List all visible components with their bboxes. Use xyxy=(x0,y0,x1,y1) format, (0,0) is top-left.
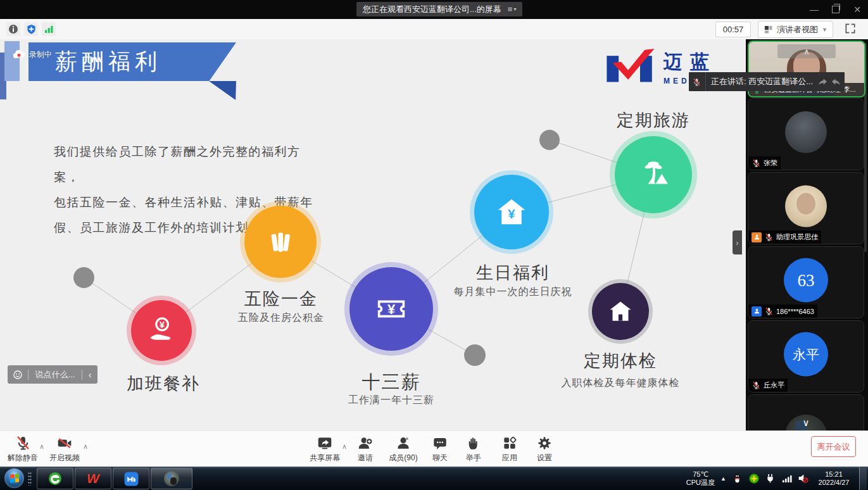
benefit-circle-meal: ¥ xyxy=(131,300,192,361)
participant-tile[interactable]: 助理巩景思佳 xyxy=(748,172,864,244)
reply-arrow-icon xyxy=(831,77,841,86)
meeting-app-icon xyxy=(123,471,139,487)
speaking-toast: 正在讲话: 西安迈蓝翻译公... xyxy=(689,72,845,91)
participant-name: 丘永平 xyxy=(764,380,784,390)
files-icon xyxy=(263,225,298,259)
benefit-title: 加班餐补 xyxy=(108,372,219,395)
toast-arrows[interactable] xyxy=(818,77,845,86)
windows-taskbar: W 75℃CPU温度 ▲ xyxy=(0,467,868,490)
minimize-button[interactable]: — xyxy=(803,0,825,19)
shared-screen-area: 薪酬福利 录制中 迈蓝 MEDICAL 我们提供给员工除了薪酬之外完整的福利方案… xyxy=(0,39,746,430)
participant-tile[interactable]: 63 186****6463 xyxy=(748,246,864,318)
participant-tile[interactable]: ∨ xyxy=(748,394,864,430)
camera-preview-thumb xyxy=(164,471,179,486)
hand-coin-icon: ¥ xyxy=(145,314,178,347)
layout-menu-icon[interactable]: ≡▾ xyxy=(508,4,517,14)
house-yen-icon: ¥ xyxy=(494,195,529,229)
restore-button[interactable] xyxy=(825,0,846,19)
emoji-icon[interactable] xyxy=(8,370,28,380)
avatar-initials: 永平 xyxy=(784,332,828,377)
fullscreen-button[interactable] xyxy=(844,22,858,36)
recording-label: 录制中 xyxy=(29,49,52,60)
hidden-icons-chevron[interactable]: ▲ xyxy=(720,475,726,482)
raise-hand-icon xyxy=(465,434,482,451)
participant-name: 张荣 xyxy=(764,158,777,168)
leave-meeting-button[interactable]: 离开会议 xyxy=(811,436,856,457)
ticket-yen-icon: ¥ xyxy=(372,289,411,329)
benefit-circle-insurance xyxy=(244,206,317,278)
invite-person-icon xyxy=(357,434,374,451)
collapse-video-button[interactable]: ∧ xyxy=(777,44,836,58)
benefit-subtitle: 每月集中一次的生日庆祝 xyxy=(443,286,582,299)
muted-mic-icon xyxy=(752,380,761,390)
participant-name-bar: 丘永平 xyxy=(748,379,788,392)
show-desktop-button[interactable] xyxy=(859,467,867,490)
close-button[interactable]: ✕ xyxy=(846,0,868,19)
security-shield-icon[interactable] xyxy=(24,22,38,36)
diagram-dot xyxy=(464,344,486,366)
wps-icon: W xyxy=(87,471,99,486)
cloud-recording-icon xyxy=(13,50,25,60)
quick-chat-placeholder[interactable]: 说点什么... xyxy=(28,369,82,380)
muted-speaker-icon[interactable] xyxy=(798,473,808,484)
windows-logo-icon xyxy=(10,474,19,483)
meeting-toolbar: 解除静音 ∧ 开启视频 ∧ 共享屏幕 ∧ 邀请 成员(90) xyxy=(0,430,868,467)
taskbar-browser-button[interactable] xyxy=(37,468,73,489)
house-icon xyxy=(607,298,634,325)
participant-name: 186****6463 xyxy=(776,308,814,315)
chevron-down-icon: ▼ xyxy=(822,27,827,33)
benefit-title: 定期体检 xyxy=(565,349,676,372)
watching-banner[interactable]: 您正在观看西安迈蓝翻译公司...的屏幕 ≡▾ xyxy=(356,2,522,16)
muted-mic-icon xyxy=(764,232,774,242)
network-bars-icon[interactable] xyxy=(781,473,792,484)
speaking-text: 正在讲话: 西安迈蓝翻译公... xyxy=(706,76,818,87)
clock[interactable]: 15:212022/4/27 xyxy=(814,470,853,487)
meeting-app-window: 您正在观看西安迈蓝翻译公司...的屏幕 ≡▾ — ✕ 00:57 演讲者视图 ▼ xyxy=(0,0,868,490)
host-badge-icon xyxy=(752,232,762,242)
svg-text:¥: ¥ xyxy=(387,301,396,317)
benefit-title: 生日福利 xyxy=(457,261,569,284)
participant-tile[interactable]: 永平 丘永平 xyxy=(748,320,864,393)
gear-icon xyxy=(536,434,553,451)
video-options-chevron[interactable]: ∧ xyxy=(83,443,88,451)
participants-sidebar: ∧ 西安迈蓝翻译公司总经理-李... 张荣 助 xyxy=(746,39,868,430)
camera-off-icon xyxy=(56,434,73,451)
collapse-chat-icon[interactable]: ‹ xyxy=(82,370,97,380)
titlebar: 您正在观看西安迈蓝翻译公司...的屏幕 ≡▾ — ✕ xyxy=(0,0,868,19)
share-screen-button[interactable]: 共享屏幕 xyxy=(302,434,348,463)
start-button[interactable] xyxy=(4,468,24,488)
sidebar-collapse-handle[interactable]: › xyxy=(733,230,742,254)
chat-bubble-icon xyxy=(432,434,449,451)
svg-text:¥: ¥ xyxy=(160,319,165,330)
benefit-circle-travel xyxy=(615,136,692,213)
benefit-subtitle: 工作满一年十三薪 xyxy=(322,394,461,407)
meeting-timer: 00:57 xyxy=(715,22,751,37)
benefit-subtitle: 五险及住房公积金 xyxy=(213,311,349,325)
meeting-info-icon[interactable] xyxy=(6,22,20,36)
muted-mic-icon xyxy=(692,77,701,87)
benefit-circle-checkup xyxy=(592,283,649,340)
taskbar-wps-button[interactable]: W xyxy=(75,468,111,489)
benefit-circle-13salary: ¥ xyxy=(349,267,433,351)
member-badge-icon xyxy=(752,306,762,317)
participant-tile[interactable]: 张荣 xyxy=(748,98,864,170)
network-signal-icon[interactable] xyxy=(42,22,56,36)
benefit-circle-birthday: ¥ xyxy=(474,175,549,249)
system-tray: 75℃CPU温度 ▲ 15:212022/4/27 xyxy=(686,467,868,490)
antivirus-icon[interactable] xyxy=(748,473,759,484)
quick-chat-bar[interactable]: 说点什么... ‹ xyxy=(8,365,97,384)
muted-mic-icon xyxy=(15,434,32,451)
muted-mic-icon xyxy=(752,158,761,168)
view-mode-label: 演讲者视图 xyxy=(777,24,818,35)
start-video-button[interactable]: 开启视频 xyxy=(42,434,87,463)
view-mode-dropdown[interactable]: 演讲者视图 ▼ xyxy=(758,21,833,38)
scroll-more-participants[interactable]: ∨ xyxy=(748,413,864,430)
power-plug-icon[interactable] xyxy=(765,473,776,484)
qq-icon[interactable] xyxy=(732,473,743,484)
participant-name-bar: 助理巩景思佳 xyxy=(748,230,821,244)
taskbar-divider xyxy=(28,472,32,486)
avatar xyxy=(785,185,827,227)
taskbar-meeting-button[interactable] xyxy=(113,468,149,489)
settings-button[interactable]: 设置 xyxy=(522,434,567,463)
taskbar-camera-button[interactable] xyxy=(151,468,192,489)
